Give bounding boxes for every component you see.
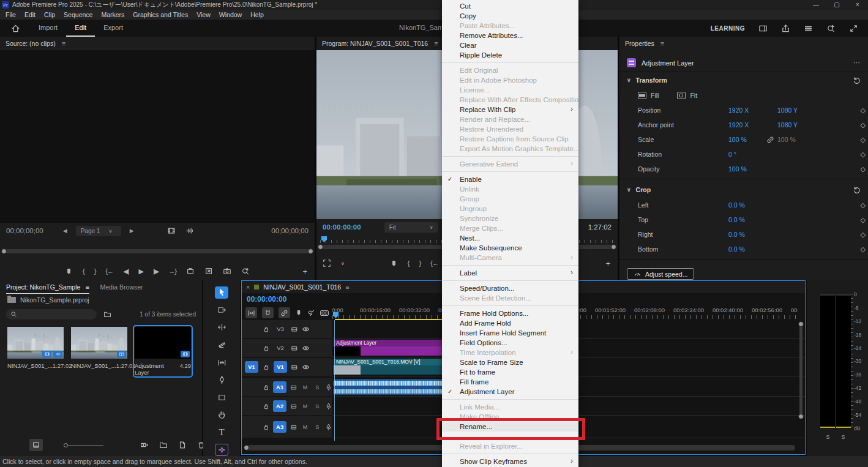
property-value[interactable]: 1080 Y — [777, 106, 845, 114]
context-menu-item[interactable]: Fill frame — [442, 377, 578, 387]
source-monitor-title[interactable]: Source: (no clips) — [6, 40, 56, 47]
type-tool[interactable]: T — [215, 427, 228, 439]
lock-icon[interactable] — [263, 345, 270, 352]
mute-button[interactable]: M — [301, 403, 310, 409]
solo-button[interactable]: S — [313, 384, 321, 390]
lock-icon[interactable] — [263, 364, 270, 371]
transport-control[interactable]: {← — [430, 260, 438, 267]
link-icon[interactable] — [766, 136, 774, 144]
button-editor-icon[interactable]: + — [605, 259, 610, 268]
hand-tool[interactable] — [215, 409, 228, 421]
track-name[interactable]: V2 — [274, 345, 287, 351]
property-value[interactable]: 0.0 % — [728, 245, 766, 253]
menu-bar-item[interactable]: Sequence — [59, 10, 97, 20]
tab-project[interactable]: Project: NikonTG_Sample ≡ — [6, 280, 89, 294]
keyframe-toggle-icon[interactable]: ◇ — [847, 151, 868, 159]
transport-control[interactable]: ▶ — [138, 267, 143, 275]
workspace-switcher-icon[interactable] — [758, 24, 768, 33]
mute-button[interactable]: M — [301, 424, 310, 430]
context-menu-item[interactable]: Nest... — [442, 233, 578, 243]
menu-bar-item[interactable]: Edit — [20, 10, 40, 20]
panel-menu-icon[interactable]: ≡ — [660, 40, 664, 47]
keyframe-toggle-icon[interactable]: ◇ — [847, 245, 868, 253]
menu-bar-item[interactable]: File — [1, 10, 20, 20]
project-item[interactable]: NINJAV_S001_... 1:27:02 — [71, 327, 127, 376]
item-name[interactable]: Adjustment Layer — [135, 362, 180, 376]
transport-control[interactable]: } — [94, 267, 96, 275]
track-target-a1[interactable]: A1 — [273, 381, 286, 393]
track-output-eye-icon[interactable] — [302, 344, 310, 352]
mic-icon[interactable] — [325, 403, 332, 410]
lock-icon[interactable] — [263, 384, 270, 391]
timeline-tab-title[interactable]: NINJAV_S001_S001_T016 — [263, 283, 341, 291]
stacked-panels-icon[interactable] — [804, 24, 813, 33]
properties-panel-title[interactable]: Properties — [625, 40, 654, 47]
sync-lock-icon[interactable] — [291, 345, 298, 352]
drag-video-icon[interactable] — [167, 226, 176, 235]
item-name[interactable]: NINJAV_S001_... — [7, 362, 53, 369]
add-marker-icon[interactable] — [390, 260, 398, 267]
context-menu-item[interactable]: Remove Attributes... — [442, 31, 578, 40]
keyframe-toggle-icon[interactable]: ◇ — [847, 121, 868, 129]
property-value[interactable]: 100 % — [728, 136, 766, 143]
next-page-icon[interactable]: ▶ — [126, 228, 138, 234]
keyframe-toggle-icon[interactable]: ◇ — [847, 201, 868, 209]
zoom-slider[interactable] — [64, 443, 103, 447]
insert-icon[interactable] — [186, 267, 195, 275]
context-menu-item[interactable]: Copy — [442, 11, 578, 21]
new-bin-icon[interactable] — [159, 441, 168, 449]
close-button[interactable]: × — [847, 0, 868, 10]
sync-lock-icon[interactable] — [290, 384, 297, 391]
project-item[interactable]: NINJAV_S001_... 1:27:02 — [7, 327, 64, 376]
project-breadcrumb[interactable]: NikonTG_Sample.prproj — [20, 296, 89, 304]
lock-icon[interactable] — [263, 326, 270, 333]
context-menu-item[interactable]: Scale to Frame Size — [442, 357, 578, 367]
new-item-icon[interactable] — [178, 441, 187, 449]
menu-bar-item[interactable]: View — [192, 10, 215, 20]
mic-icon[interactable] — [325, 384, 332, 391]
timeline-settings-wrench-icon[interactable] — [307, 309, 315, 317]
property-value[interactable]: 0.0 % — [728, 216, 766, 223]
transform-section-title[interactable]: Transform — [636, 77, 667, 84]
transport-control[interactable]: ◀| — [123, 267, 129, 275]
comparison-view-icon[interactable] — [241, 267, 250, 275]
share-icon[interactable] — [781, 24, 790, 33]
context-menu-item[interactable]: Speed/Duration... — [442, 283, 578, 293]
generative-extend-tool[interactable] — [215, 444, 228, 456]
context-menu-item[interactable]: Field Options... — [442, 338, 578, 348]
clip-thumbnail[interactable] — [7, 327, 64, 359]
keyframe-toggle-icon[interactable]: ◇ — [847, 165, 868, 173]
context-menu-item[interactable]: Frame Hold Options... — [442, 308, 578, 318]
program-monitor-title[interactable]: Program: NINJAV_S001_S001_T016 — [322, 40, 428, 47]
nest-toggle-icon[interactable] — [245, 307, 257, 318]
home-icon[interactable] — [11, 24, 20, 33]
property-value[interactable]: 1920 X — [728, 121, 766, 129]
sync-lock-icon[interactable] — [290, 424, 297, 431]
prev-page-icon[interactable]: ◀ — [59, 228, 71, 234]
add-marker-icon[interactable] — [65, 267, 73, 275]
sequence-thumbnail[interactable] — [71, 327, 127, 359]
export-frame-icon[interactable] — [223, 267, 231, 275]
property-value[interactable]: 100 % — [777, 136, 845, 143]
solo-left-button[interactable]: S — [826, 434, 829, 440]
property-value[interactable]: 0.0 % — [728, 201, 766, 209]
search-input[interactable] — [6, 309, 97, 319]
menu-bar-item[interactable]: Graphics and Titles — [129, 10, 192, 20]
ripple-edit-tool[interactable] — [215, 321, 228, 334]
transport-control[interactable]: |▶ — [153, 267, 159, 275]
transport-control[interactable]: { — [408, 260, 410, 267]
fullscreen-icon[interactable] — [849, 24, 858, 33]
source-patch-v1[interactable]: V1 — [245, 361, 258, 373]
context-menu-item[interactable]: ✓ Enable — [442, 174, 578, 184]
transport-control[interactable]: } — [419, 260, 421, 267]
safe-margins-icon[interactable] — [323, 259, 331, 267]
video-badge-icon[interactable] — [42, 351, 51, 357]
panel-menu-icon[interactable]: ≡ — [85, 283, 89, 291]
context-menu-item[interactable]: Clear — [442, 40, 578, 50]
project-item-selected[interactable]: Adjustment Layer 4:29 — [135, 327, 191, 376]
adjust-speed-button[interactable]: Adjust speed... — [627, 268, 694, 280]
overwrite-icon[interactable] — [204, 267, 213, 275]
keyframe-toggle-icon[interactable]: ◇ — [847, 106, 868, 114]
snap-magnet-icon[interactable] — [262, 307, 274, 318]
track-output-eye-icon[interactable] — [302, 363, 310, 371]
